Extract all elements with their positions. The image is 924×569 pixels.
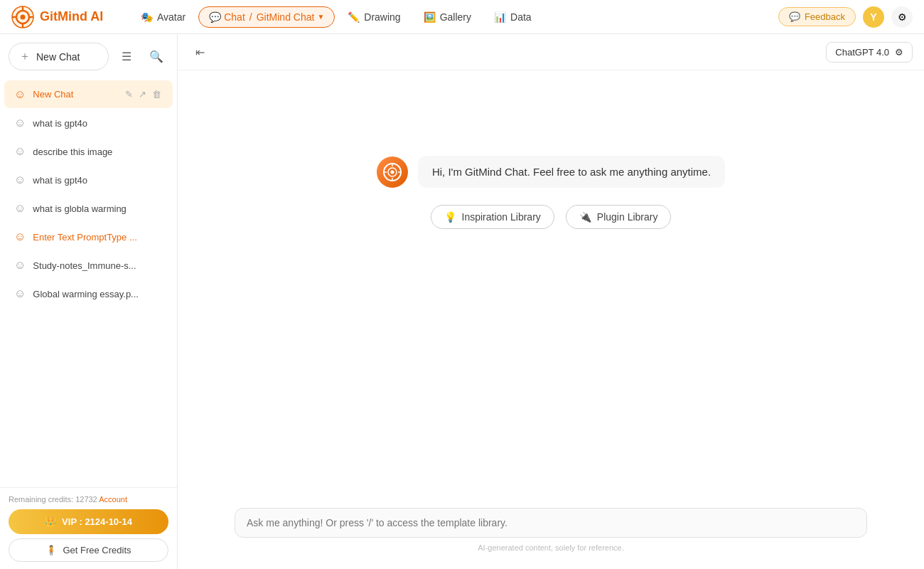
user-avatar[interactable]: Y [863, 6, 884, 28]
feedback-label: Feedback [805, 11, 845, 22]
chat-icon: ☺ [14, 287, 26, 300]
plugin-library-button[interactable]: 🔌 Plugin Library [566, 205, 672, 229]
chat-input-area: AI-generated content, solely for referen… [178, 499, 924, 569]
chat-item-label: Global warming essay.p... [33, 289, 163, 299]
feedback-button[interactable]: 💬 Feedback [778, 7, 856, 26]
svg-point-9 [390, 170, 394, 174]
nav-gallery[interactable]: 🖼️ Gallery [414, 7, 481, 27]
chat-toolbar: ⇤ ChatGPT 4.0 ⚙ [178, 34, 924, 70]
edit-icon[interactable]: ✎ [124, 87, 134, 101]
nav-right: 💬 Feedback Y ⚙ [778, 6, 913, 28]
chat-icon: ☺ [14, 230, 26, 243]
inspiration-library-label: Inspiration Library [462, 211, 541, 223]
sidebar-footer: Remaining credits: 12732 Account 👑 VIP :… [0, 487, 177, 569]
nav-drawing[interactable]: ✏️ Drawing [338, 7, 410, 27]
nav-gallery-label: Gallery [440, 11, 471, 23]
library-buttons: 💡 Inspiration Library 🔌 Plugin Library [431, 205, 672, 229]
main-layout: ＋ New Chat ☰ 🔍 ☺ New Chat ✎ ↗ 🗑 [0, 34, 924, 569]
nav-drawing-label: Drawing [364, 11, 400, 23]
greeting-area: Hi, I'm GitMind Chat. Feel free to ask m… [235, 156, 867, 229]
list-item[interactable]: ☺ Study-notes_Immune-s... [4, 252, 173, 279]
vip-label: VIP : 2124-10-14 [62, 516, 132, 527]
inspiration-library-button[interactable]: 💡 Inspiration Library [431, 205, 554, 229]
chat-input-wrap [235, 508, 867, 538]
logo-area: GitMind AI [11, 6, 125, 28]
vip-button[interactable]: 👑 VIP : 2124-10-14 [9, 509, 168, 534]
chat-icon: ☺ [14, 259, 26, 272]
nav-chat-label: Chat [224, 11, 245, 23]
plugin-icon: 🔌 [579, 211, 591, 223]
chat-icon: ☺ [14, 145, 26, 158]
chat-item-actions: ✎ ↗ 🗑 [124, 87, 163, 101]
list-item[interactable]: ☺ describe this image [4, 138, 173, 165]
greeting-message: Hi, I'm GitMind Chat. Feel free to ask m… [377, 156, 725, 188]
chat-icon: ☺ [14, 174, 26, 186]
chat-icon: ☺ [14, 88, 26, 101]
nav-gitmind-chat-label: GitMind Chat [257, 11, 315, 23]
settings-button[interactable]: ⚙ [891, 6, 913, 28]
list-icon: ☰ [122, 50, 131, 63]
new-chat-button[interactable]: ＋ New Chat [9, 43, 109, 70]
feedback-icon: 💬 [789, 11, 800, 22]
chat-item-label: what is globla warming [33, 203, 163, 214]
chat-nav-icon: 💬 [209, 11, 221, 23]
sidebar-chat-list: ☺ New Chat ✎ ↗ 🗑 ☺ what is gpt4o ☺ descr… [0, 76, 177, 487]
data-nav-icon: 📊 [494, 11, 506, 23]
free-credits-label: Get Free Credits [63, 545, 131, 555]
crown-icon: 👑 [45, 516, 56, 527]
gear-icon: ⚙ [898, 11, 907, 23]
collapse-sidebar-button[interactable]: ⇤ [189, 41, 210, 63]
chevron-down-icon: ▼ [317, 13, 324, 21]
nav-chat[interactable]: 💬 Chat / GitMind Chat ▼ [198, 6, 335, 28]
sidebar: ＋ New Chat ☰ 🔍 ☺ New Chat ✎ ↗ 🗑 [0, 34, 178, 569]
person-icon: 🧍 [45, 545, 57, 555]
logo-icon [11, 6, 34, 28]
chat-item-label: what is gpt4o [33, 175, 163, 186]
free-credits-button[interactable]: 🧍 Get Free Credits [9, 538, 168, 562]
list-item[interactable]: ☺ what is gpt4o [4, 166, 173, 193]
nav-avatar[interactable]: 🎭 Avatar [131, 7, 195, 27]
chat-list-icon[interactable]: ☰ [114, 45, 139, 69]
chat-area: ⇤ ChatGPT 4.0 ⚙ [178, 34, 924, 569]
app-name: GitMind AI [40, 9, 103, 24]
chat-item-label: what is gpt4o [33, 118, 163, 129]
new-chat-label: New Chat [36, 51, 80, 63]
footer-note: AI-generated content, solely for referen… [235, 543, 867, 552]
settings-gear-icon: ⚙ [895, 47, 903, 58]
search-icon: 🔍 [149, 50, 163, 63]
list-item[interactable]: ☺ what is globla warming [4, 195, 173, 222]
chat-item-label: Study-notes_Immune-s... [33, 260, 163, 271]
chat-messages: Hi, I'm GitMind Chat. Feel free to ask m… [178, 70, 924, 499]
delete-icon[interactable]: 🗑 [151, 87, 163, 101]
lightbulb-icon: 💡 [444, 211, 456, 223]
nav-items: 🎭 Avatar 💬 Chat / GitMind Chat ▼ ✏️ Draw… [131, 6, 773, 28]
list-item[interactable]: ☺ what is gpt4o [4, 110, 173, 137]
chat-item-label: Enter Text PromptType ... [33, 232, 163, 243]
model-select-button[interactable]: ChatGPT 4.0 ⚙ [826, 42, 913, 63]
model-label: ChatGPT 4.0 [835, 47, 889, 58]
search-button[interactable]: 🔍 [144, 45, 168, 69]
svg-point-2 [21, 14, 26, 19]
bot-avatar [377, 156, 408, 188]
gallery-nav-icon: 🖼️ [424, 11, 436, 23]
chat-item-label: New Chat [33, 89, 117, 100]
nav-divider: / [249, 11, 252, 23]
credits-text: Remaining credits: 12732 Account [9, 495, 168, 504]
chat-icon: ☺ [14, 117, 26, 129]
list-item[interactable]: ☺ New Chat ✎ ↗ 🗑 [4, 80, 173, 108]
collapse-icon: ⇤ [195, 46, 205, 59]
nav-avatar-label: Avatar [157, 11, 186, 23]
sidebar-header: ＋ New Chat ☰ 🔍 [0, 34, 177, 76]
nav-data[interactable]: 📊 Data [484, 7, 542, 27]
chat-input[interactable] [247, 517, 855, 528]
account-link[interactable]: Account [99, 495, 127, 504]
list-item[interactable]: ☺ Enter Text PromptType ... [4, 223, 173, 250]
list-item[interactable]: ☺ Global warming essay.p... [4, 280, 173, 307]
share-icon[interactable]: ↗ [137, 87, 148, 101]
chat-icon: ☺ [14, 202, 26, 215]
plus-icon: ＋ [19, 49, 31, 64]
topnav: GitMind AI 🎭 Avatar 💬 Chat / GitMind Cha… [0, 0, 924, 34]
greeting-text: Hi, I'm GitMind Chat. Feel free to ask m… [418, 156, 725, 188]
chat-item-label: describe this image [33, 147, 163, 157]
plugin-library-label: Plugin Library [597, 211, 658, 223]
